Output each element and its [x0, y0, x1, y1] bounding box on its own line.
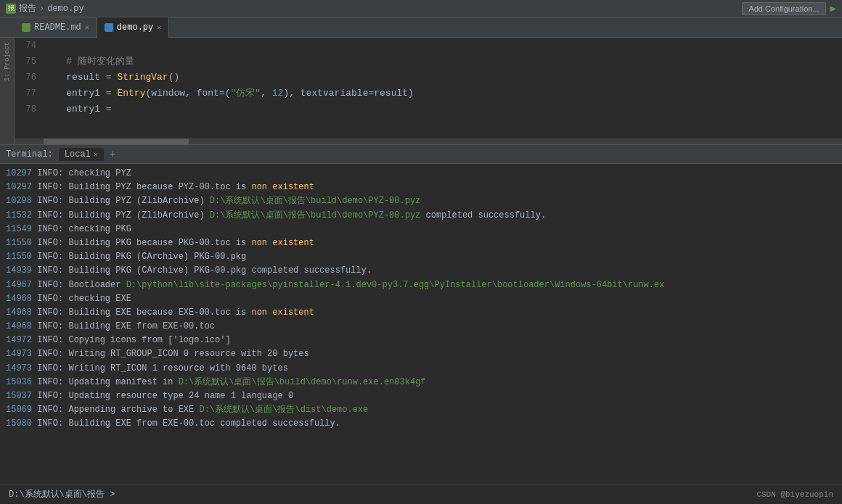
terminal-prompt: D:\系统默认\桌面\报告 >	[9, 488, 115, 500]
bottom-bar: D:\系统默认\桌面\报告 > CSDN @biyezuopin	[0, 484, 842, 504]
terminal-area: Terminal: Local ✕ + 10297 INFO: checking…	[0, 144, 842, 504]
editor-tabs: README.md ✕ demo.py ✕	[0, 17, 842, 38]
tab-demo-label: demo.py	[117, 22, 153, 33]
t-line-8: 14939 INFO: Building PKG (CArchive) PKG-…	[6, 264, 842, 278]
t-line-16: 15036 INFO: Updating manifest in D:\系统默认…	[6, 376, 842, 389]
top-bar: 报 报告 › demo.py Add Configuration... ▶	[0, 0, 842, 17]
left-panel: 1: Project	[0, 38, 15, 144]
t-line-6: 11550 INFO: Building PKG because PKG-00.…	[6, 236, 842, 250]
breadcrumb-file: demo.py	[47, 4, 83, 14]
tab-demo-close[interactable]: ✕	[157, 23, 161, 32]
horizontal-scrollbar[interactable]	[15, 139, 842, 144]
demo-icon	[105, 23, 113, 32]
scrollbar-thumb[interactable]	[44, 139, 189, 144]
t-line-14: 14973 INFO: Writing RT_GROUP_ICON 0 reso…	[6, 347, 842, 361]
t-line-13: 14972 INFO: Copying icons from ['logo.ic…	[6, 334, 842, 347]
code-editor: 74 75 # 随时变化的量 76 result = StringVar() 7…	[15, 38, 842, 144]
readme-icon	[22, 23, 30, 32]
t-line-18: 15069 INFO: Appending archive to EXE D:\…	[6, 403, 842, 417]
tab-readme[interactable]: README.md ✕	[15, 17, 97, 38]
t-line-9: 14967 INFO: Bootloader D:\python\lib\sit…	[6, 278, 842, 292]
t-line-12: 14968 INFO: Building EXE from EXE-00.toc	[6, 320, 842, 334]
t-line-15: 14973 INFO: Writing RT_ICON 1 resource w…	[6, 362, 842, 376]
t-line-19: 15080 INFO: Building EXE from EXE-00.toc…	[6, 417, 842, 431]
code-line-75: 75 # 随时变化的量	[15, 54, 842, 70]
t-line-1: 10297 INFO: checking PYZ	[6, 167, 842, 181]
terminal-tabs: Terminal: Local ✕ +	[0, 145, 842, 164]
run-icon[interactable]: ▶	[830, 2, 836, 15]
t-line-5: 11549 INFO: checking PKG	[6, 223, 842, 236]
t-line-2: 10297 INFO: Building PYZ because PYZ-00.…	[6, 181, 842, 194]
terminal-tab-local-label: Local	[65, 149, 91, 160]
code-line-78: 78 entry1 =	[15, 102, 842, 117]
code-line-76: 76 result = StringVar()	[15, 70, 842, 86]
tab-readme-label: README.md	[34, 22, 81, 33]
t-line-empty	[6, 431, 842, 445]
code-lines: 74 75 # 随时变化的量 76 result = StringVar() 7…	[15, 38, 842, 139]
breadcrumb: 报 报告 › demo.py	[6, 2, 84, 15]
t-line-17: 15037 INFO: Updating resource type 24 na…	[6, 389, 842, 403]
project-panel-label[interactable]: 1: Project	[4, 42, 11, 81]
watermark: CSDN @biyezuopin	[756, 490, 833, 499]
t-line-4: 11532 INFO: Building PYZ (ZlibArchive) D…	[6, 209, 842, 223]
top-bar-right: Add Configuration... ▶	[742, 2, 836, 15]
breadcrumb-sep: ›	[39, 4, 44, 14]
terminal-tab-local[interactable]: Local ✕	[59, 148, 104, 161]
t-line-7: 11550 INFO: Building PKG (CArchive) PKG-…	[6, 250, 842, 264]
terminal-label: Terminal:	[6, 149, 53, 160]
code-line-77: 77 entry1 = Entry(window, font=("仿宋", 12…	[15, 86, 842, 102]
terminal-add-button[interactable]: +	[110, 149, 115, 160]
code-line-74: 74	[15, 38, 842, 54]
t-line-3: 10298 INFO: Building PYZ (ZlibArchive) D…	[6, 194, 842, 208]
terminal-tab-close[interactable]: ✕	[94, 150, 98, 159]
t-line-11: 14968 INFO: Building EXE because EXE-00.…	[6, 306, 842, 320]
add-configuration-button[interactable]: Add Configuration...	[742, 2, 825, 15]
tab-demo[interactable]: demo.py ✕	[97, 17, 169, 38]
t-line-10: 14968 INFO: checking EXE	[6, 292, 842, 306]
terminal-content[interactable]: 10297 INFO: checking PYZ 10297 INFO: Bui…	[0, 164, 842, 484]
tab-readme-close[interactable]: ✕	[85, 23, 89, 32]
folder-icon: 报	[6, 4, 16, 14]
breadcrumb-folder: 报告	[19, 2, 36, 15]
